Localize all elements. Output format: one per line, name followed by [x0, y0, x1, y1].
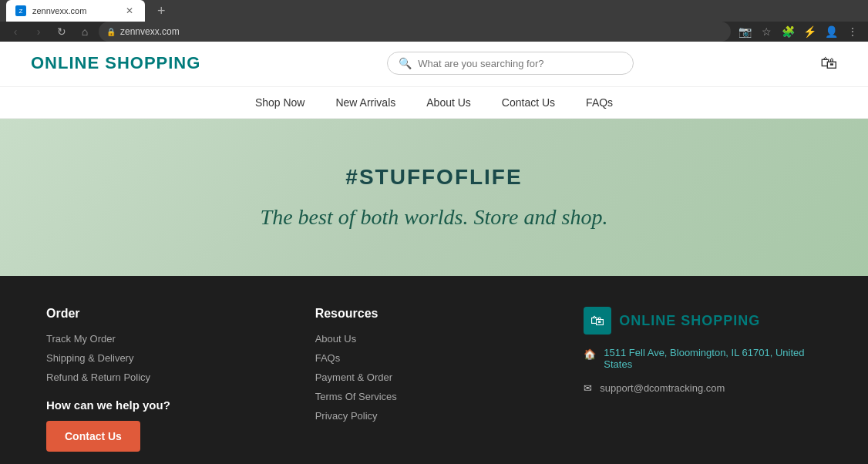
- forward-button[interactable]: ›: [29, 22, 48, 41]
- tab-close-button[interactable]: ✕: [123, 5, 136, 17]
- footer-address: 🏠 1511 Fell Ave, Bloomington, IL 61701, …: [584, 347, 822, 370]
- nav-item-faqs[interactable]: FAQs: [586, 96, 613, 109]
- email-icon: ✉: [584, 382, 592, 394]
- footer-order-col: Order Track My Order Shipping & Delivery…: [46, 307, 284, 452]
- browser-toolbar: ‹ › ↻ ⌂ 🔒 zennvexx.com 📷 ☆ 🧩 ⚡ 👤 ⋮: [0, 22, 868, 42]
- user-account-icon[interactable]: 👤: [822, 22, 840, 41]
- address-bar-url: zennvexx.com: [120, 26, 180, 37]
- site-header: ONLINE SHOPPING 🔍 🛍: [0, 40, 868, 87]
- hero-tagline: The best of both worlds. Store and shop.: [261, 205, 608, 230]
- footer-brand-col: 🛍 ONLINE SHOPPING 🏠 1511 Fell Ave, Bloom…: [584, 307, 822, 452]
- nav-item-new-arrivals[interactable]: New Arrivals: [335, 96, 395, 109]
- lock-icon: 🔒: [106, 28, 116, 36]
- footer-grid: Order Track My Order Shipping & Delivery…: [46, 307, 822, 452]
- resource-link-payment[interactable]: Payment & Order: [315, 372, 553, 383]
- nav-item-about-us[interactable]: About Us: [426, 96, 471, 109]
- search-bar[interactable]: 🔍: [387, 52, 634, 75]
- footer-email: ✉ support@dcomtracking.com: [584, 382, 822, 394]
- tab-title: zennvexx.com: [32, 6, 117, 15]
- browser-tabs: Z zennvexx.com ✕ +: [0, 0, 868, 22]
- hero-section: #STUFFOFLIFE The best of both worlds. St…: [0, 119, 868, 276]
- new-tab-button[interactable]: +: [151, 3, 172, 19]
- footer-logo-text: ONLINE SHOPPING: [619, 313, 760, 329]
- profile-icon[interactable]: ⚡: [800, 22, 819, 41]
- footer-resources-col: Resources About Us FAQs Payment & Order …: [315, 307, 553, 452]
- site-footer: Order Track My Order Shipping & Delivery…: [0, 276, 868, 464]
- footer-logo-icon: 🛍: [584, 307, 611, 335]
- search-icon: 🔍: [399, 57, 412, 69]
- nav-item-shop-now[interactable]: Shop Now: [255, 96, 305, 109]
- resource-link-privacy[interactable]: Privacy Policy: [315, 410, 553, 422]
- help-text: How can we help you?: [46, 398, 284, 412]
- order-link-track[interactable]: Track My Order: [46, 333, 284, 345]
- bookmark-icon[interactable]: ☆: [757, 22, 775, 41]
- extensions-icon[interactable]: 🧩: [779, 22, 797, 41]
- email-text: support@dcomtracking.com: [600, 382, 725, 394]
- menu-icon[interactable]: ⋮: [843, 22, 862, 41]
- browser-tab-active[interactable]: Z zennvexx.com ✕: [6, 0, 145, 22]
- contact-us-button[interactable]: Contact Us: [46, 421, 140, 452]
- browser-chrome: Z zennvexx.com ✕ + ‹ › ↻ ⌂ 🔒 zennvexx.co…: [0, 0, 868, 40]
- resource-link-faqs[interactable]: FAQs: [315, 352, 553, 364]
- resource-link-terms[interactable]: Terms Of Services: [315, 391, 553, 402]
- hero-hashtag: #STUFFOFLIFE: [345, 165, 522, 190]
- cart-icon[interactable]: 🛍: [820, 53, 837, 73]
- home-icon: 🏠: [584, 348, 596, 360]
- order-links: Track My Order Shipping & Delivery Refun…: [46, 333, 284, 383]
- address-bar[interactable]: 🔒 zennvexx.com: [99, 22, 731, 42]
- page-content: ONLINE SHOPPING 🔍 🛍 Shop Now New Arrival…: [0, 40, 868, 464]
- tab-favicon: Z: [15, 5, 26, 16]
- toolbar-icons: 📷 ☆ 🧩 ⚡ 👤 ⋮: [735, 22, 862, 41]
- refresh-button[interactable]: ↻: [52, 22, 71, 41]
- resources-heading: Resources: [315, 307, 553, 321]
- back-button[interactable]: ‹: [6, 22, 25, 41]
- camera-icon[interactable]: 📷: [735, 22, 754, 41]
- nav-item-contact-us[interactable]: Contact Us: [502, 96, 555, 109]
- search-input[interactable]: [418, 58, 622, 69]
- address-text: 1511 Fell Ave, Bloomington, IL 61701, Un…: [604, 347, 822, 370]
- footer-logo: 🛍 ONLINE SHOPPING: [584, 307, 822, 335]
- order-link-refund[interactable]: Refund & Return Policy: [46, 372, 284, 383]
- home-button[interactable]: ⌂: [76, 22, 94, 41]
- order-heading: Order: [46, 307, 284, 321]
- resources-links: About Us FAQs Payment & Order Terms Of S…: [315, 333, 553, 422]
- site-logo: ONLINE SHOPPING: [31, 53, 200, 73]
- order-link-shipping[interactable]: Shipping & Delivery: [46, 352, 284, 364]
- site-nav: Shop Now New Arrivals About Us Contact U…: [0, 87, 868, 119]
- resource-link-about[interactable]: About Us: [315, 333, 553, 345]
